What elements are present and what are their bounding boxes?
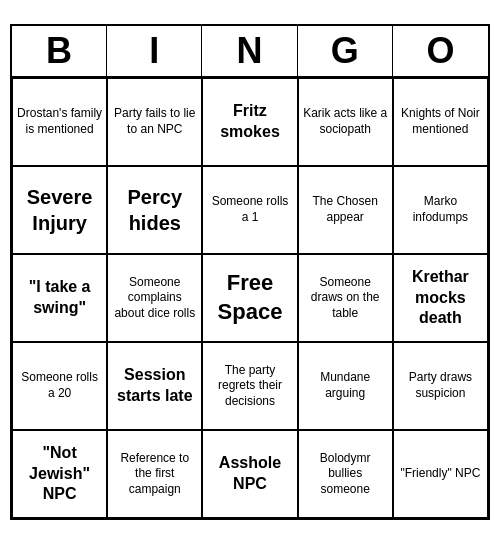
cell-text-22: Asshole NPC: [207, 453, 292, 495]
bingo-cell-15: Someone rolls a 20: [12, 342, 107, 430]
cell-text-18: Mundane arguing: [303, 370, 388, 401]
header-letter-g: G: [298, 26, 393, 76]
cell-text-5: Severe Injury: [17, 184, 102, 236]
bingo-cell-14: Krethar mocks death: [393, 254, 488, 342]
cell-text-7: Someone rolls a 1: [207, 194, 292, 225]
bingo-cell-13: Someone draws on the table: [298, 254, 393, 342]
cell-text-19: Party draws suspicion: [398, 370, 483, 401]
cell-text-21: Reference to the first campaign: [112, 451, 197, 498]
bingo-cell-5: Severe Injury: [12, 166, 107, 254]
cell-text-9: Marko infodumps: [398, 194, 483, 225]
header-letter-b: B: [12, 26, 107, 76]
cell-text-12: Free Space: [207, 269, 292, 326]
bingo-cell-16: Session starts late: [107, 342, 202, 430]
bingo-cell-21: Reference to the first campaign: [107, 430, 202, 518]
cell-text-23: Bolodymr bullies someone: [303, 451, 388, 498]
bingo-cell-11: Someone complains about dice rolls: [107, 254, 202, 342]
cell-text-24: "Friendly" NPC: [400, 466, 480, 482]
cell-text-14: Krethar mocks death: [398, 267, 483, 329]
bingo-cell-6: Percy hides: [107, 166, 202, 254]
cell-text-6: Percy hides: [112, 184, 197, 236]
bingo-cell-20: "Not Jewish" NPC: [12, 430, 107, 518]
bingo-cell-23: Bolodymr bullies someone: [298, 430, 393, 518]
cell-text-1: Party fails to lie to an NPC: [112, 106, 197, 137]
bingo-cell-8: The Chosen appear: [298, 166, 393, 254]
bingo-cell-4: Knights of Noir mentioned: [393, 78, 488, 166]
bingo-grid: Drostan's family is mentionedParty fails…: [12, 78, 488, 518]
bingo-cell-1: Party fails to lie to an NPC: [107, 78, 202, 166]
cell-text-3: Karik acts like a sociopath: [303, 106, 388, 137]
bingo-header: BINGO: [12, 26, 488, 78]
bingo-cell-19: Party draws suspicion: [393, 342, 488, 430]
bingo-card: BINGO Drostan's family is mentionedParty…: [10, 24, 490, 520]
cell-text-16: Session starts late: [112, 365, 197, 407]
header-letter-n: N: [202, 26, 297, 76]
cell-text-8: The Chosen appear: [303, 194, 388, 225]
bingo-cell-22: Asshole NPC: [202, 430, 297, 518]
cell-text-0: Drostan's family is mentioned: [17, 106, 102, 137]
cell-text-4: Knights of Noir mentioned: [398, 106, 483, 137]
cell-text-13: Someone draws on the table: [303, 275, 388, 322]
cell-text-20: "Not Jewish" NPC: [17, 443, 102, 505]
bingo-cell-17: The party regrets their decisions: [202, 342, 297, 430]
cell-text-15: Someone rolls a 20: [17, 370, 102, 401]
bingo-cell-0: Drostan's family is mentioned: [12, 78, 107, 166]
bingo-cell-18: Mundane arguing: [298, 342, 393, 430]
bingo-cell-12: Free Space: [202, 254, 297, 342]
header-letter-o: O: [393, 26, 488, 76]
bingo-cell-3: Karik acts like a sociopath: [298, 78, 393, 166]
bingo-cell-7: Someone rolls a 1: [202, 166, 297, 254]
cell-text-2: Fritz smokes: [207, 101, 292, 143]
bingo-cell-24: "Friendly" NPC: [393, 430, 488, 518]
header-letter-i: I: [107, 26, 202, 76]
cell-text-10: "I take a swing": [17, 277, 102, 319]
bingo-cell-9: Marko infodumps: [393, 166, 488, 254]
bingo-cell-10: "I take a swing": [12, 254, 107, 342]
bingo-cell-2: Fritz smokes: [202, 78, 297, 166]
cell-text-11: Someone complains about dice rolls: [112, 275, 197, 322]
cell-text-17: The party regrets their decisions: [207, 363, 292, 410]
